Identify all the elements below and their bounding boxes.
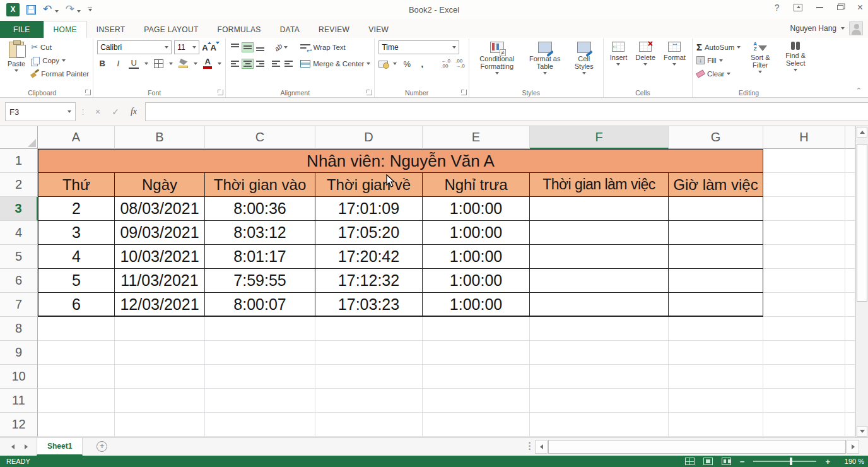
cell-styles-button[interactable]: Cell Styles — [569, 40, 599, 76]
insert-function-button[interactable]: fx — [126, 107, 141, 117]
scroll-left-button[interactable] — [535, 440, 548, 454]
cell-d6[interactable]: 17:12:32 — [315, 269, 423, 293]
cell-c7[interactable]: 8:00:07 — [205, 293, 315, 317]
cut-button[interactable]: ✂Cut — [31, 40, 89, 54]
paste-button[interactable]: Paste — [5, 40, 28, 73]
column-header-h[interactable]: H — [763, 126, 845, 149]
cell-b5[interactable]: 10/03/2021 — [115, 245, 205, 269]
cell-b6[interactable]: 11/03/2021 — [115, 269, 205, 293]
new-sheet-button[interactable]: + — [97, 441, 107, 452]
align-center-button[interactable] — [242, 59, 253, 68]
decrease-indent-button[interactable] — [271, 59, 281, 68]
formula-input[interactable] — [145, 102, 868, 121]
header-cell-nghi-trua[interactable]: Nghỉ trưa — [423, 173, 530, 197]
column-header-g[interactable]: G — [669, 126, 763, 149]
tab-insert[interactable]: INSERT — [87, 21, 135, 38]
row-header-12[interactable]: 12 — [0, 413, 38, 437]
insert-button[interactable]: Insert — [607, 40, 630, 67]
tab-file[interactable]: FILE — [0, 21, 44, 38]
cell-e4[interactable]: 1:00:00 — [423, 221, 530, 245]
tab-review[interactable]: REVIEW — [309, 21, 359, 38]
header-cell-gio-lam-viec[interactable]: Giờ làm việc — [669, 173, 763, 197]
cell-g6[interactable] — [669, 269, 763, 293]
cell-b4[interactable]: 09/03/2021 — [115, 221, 205, 245]
header-cell-tg-lam-viec[interactable]: Thời gian làm việc — [530, 173, 669, 197]
row-header-10[interactable]: 10 — [0, 365, 38, 389]
chevron-down-icon[interactable] — [169, 62, 173, 65]
top-align-button[interactable] — [230, 43, 240, 52]
chevron-down-icon[interactable] — [218, 62, 221, 65]
cell-c4[interactable]: 8:03:12 — [205, 221, 315, 245]
chevron-down-icon[interactable] — [393, 62, 397, 65]
copy-button[interactable]: Copy — [31, 54, 89, 67]
cell-g5[interactable] — [669, 245, 763, 269]
number-format-select[interactable]: Time — [378, 40, 459, 54]
scroll-up-button[interactable] — [857, 127, 867, 138]
cell-g7[interactable] — [669, 293, 763, 317]
scroll-down-button[interactable] — [857, 426, 867, 437]
page-layout-view-button[interactable] — [703, 458, 713, 465]
help-button[interactable]: ? — [775, 3, 780, 13]
cell-d4[interactable]: 17:05:20 — [315, 221, 423, 245]
underline-button[interactable]: U — [129, 58, 139, 69]
increase-font-button[interactable]: A — [202, 43, 208, 52]
accounting-format-icon[interactable] — [378, 61, 388, 68]
format-painter-button[interactable]: Format Painter — [31, 67, 89, 80]
zoom-slider-thumb[interactable] — [790, 458, 792, 465]
ribbon-display-options-button[interactable] — [794, 4, 802, 11]
cell-d7[interactable]: 17:03:23 — [315, 293, 423, 317]
row-header-5[interactable]: 5 — [0, 245, 38, 269]
clear-button[interactable]: Clear — [696, 67, 741, 80]
font-color-button[interactable]: A — [203, 58, 212, 69]
select-all-corner[interactable] — [0, 126, 38, 149]
fill-color-button[interactable] — [179, 59, 188, 68]
next-sheet-button[interactable] — [25, 444, 28, 449]
cell-c5[interactable]: 8:01:17 — [205, 245, 315, 269]
row-header-7[interactable]: 7 — [0, 293, 38, 317]
cell-g4[interactable] — [669, 221, 763, 245]
comma-style-button[interactable]: , — [417, 59, 427, 69]
formula-bar-grip[interactable]: ⋮ — [79, 108, 87, 116]
minimize-button[interactable] — [816, 7, 823, 8]
sort-filter-button[interactable]: AZ Sort & Filter — [744, 40, 777, 74]
name-box[interactable]: F3 — [5, 102, 76, 121]
column-header-d[interactable]: D — [315, 126, 423, 149]
row-header-1[interactable]: 1 — [0, 149, 38, 173]
font-dialog-launcher[interactable] — [218, 90, 223, 95]
column-header-a[interactable]: A — [38, 126, 115, 149]
cell-h1[interactable] — [763, 149, 845, 173]
header-cell-ngay[interactable]: Ngày — [115, 173, 205, 197]
row-header-4[interactable]: 4 — [0, 221, 38, 245]
horizontal-scroll-thumb[interactable] — [548, 440, 846, 454]
zoom-slider[interactable] — [753, 461, 816, 462]
collapse-ribbon-button[interactable]: ⌃ — [856, 86, 862, 95]
font-size-select[interactable]: 11 — [174, 40, 199, 54]
cell-f3-active[interactable] — [530, 197, 669, 221]
confirm-entry-button[interactable]: ✓ — [108, 107, 122, 117]
align-left-button[interactable] — [230, 59, 240, 68]
format-button[interactable]: Format — [661, 40, 688, 67]
row-header-2[interactable]: 2 — [0, 173, 38, 197]
page-break-view-button[interactable] — [722, 458, 731, 465]
cell-a7[interactable]: 6 — [38, 293, 115, 317]
find-select-button[interactable]: Find & Select — [780, 40, 811, 73]
row-header-11[interactable]: 11 — [0, 389, 38, 413]
sheet-tab-sheet1[interactable]: Sheet1 — [37, 438, 83, 456]
cell-f6[interactable] — [530, 269, 669, 293]
alignment-dialog-launcher[interactable] — [367, 90, 372, 95]
cell-e6[interactable]: 1:00:00 — [423, 269, 530, 293]
cell-a5[interactable]: 4 — [38, 245, 115, 269]
cell-f5[interactable] — [530, 245, 669, 269]
header-cell-thu[interactable]: Thứ — [38, 173, 115, 197]
bottom-align-button[interactable] — [255, 43, 266, 52]
increase-decimal-button[interactable]: ←.0.00 — [441, 59, 450, 69]
chevron-down-icon[interactable] — [194, 62, 197, 65]
bold-button[interactable]: B — [97, 59, 107, 68]
cell-b7[interactable]: 12/03/2021 — [115, 293, 205, 317]
decrease-font-button[interactable]: A — [211, 43, 216, 52]
excel-logo-icon[interactable]: X — [6, 3, 20, 16]
redo-button[interactable]: ↷ — [66, 4, 81, 15]
increase-indent-button[interactable] — [283, 59, 294, 68]
row-header-9[interactable]: 9 — [0, 341, 38, 365]
cancel-entry-button[interactable]: × — [91, 107, 105, 117]
